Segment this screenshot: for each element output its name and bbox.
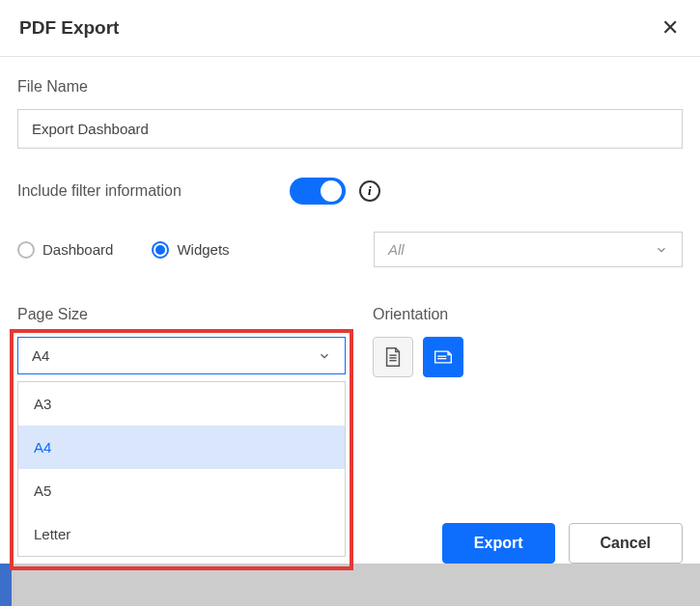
filter-toggle[interactable]	[290, 178, 346, 205]
info-icon[interactable]: i	[359, 180, 380, 202]
page-size-value: A4	[32, 347, 49, 364]
scope-radio-dashboard[interactable]: Dashboard	[17, 241, 113, 259]
orientation-portrait-button[interactable]	[373, 337, 413, 377]
page-size-dropdown: A3 A4 A5 Letter	[17, 381, 346, 557]
scope-radio-widgets[interactable]: Widgets	[152, 241, 229, 259]
dialog-content: File Name Include filter information i D…	[0, 57, 700, 377]
file-name-input[interactable]	[17, 109, 683, 149]
chevron-down-icon	[318, 349, 331, 363]
background-strip	[0, 564, 700, 606]
radio-icon	[152, 241, 169, 259]
radio-label: Widgets	[177, 241, 229, 258]
file-name-label: File Name	[17, 78, 683, 96]
export-button[interactable]: Export	[442, 523, 555, 564]
widget-select-value: All	[388, 241, 405, 258]
scope-row: Dashboard Widgets All	[17, 232, 683, 267]
dialog-header: PDF Export ✕	[0, 0, 700, 57]
filter-row: Include filter information i	[17, 178, 683, 205]
page-size-option-a3[interactable]: A3	[18, 382, 345, 426]
chevron-down-icon	[655, 243, 668, 257]
page-size-select[interactable]: A4	[17, 337, 346, 374]
radio-icon	[17, 241, 35, 259]
cancel-button[interactable]: Cancel	[569, 523, 683, 564]
page-size-option-a4[interactable]: A4	[18, 426, 345, 469]
page-size-option-a5[interactable]: A5	[18, 469, 345, 512]
widget-select[interactable]: All	[374, 232, 683, 267]
page-size-option-letter[interactable]: Letter	[18, 512, 345, 556]
dialog-footer: Export Cancel	[442, 523, 683, 564]
close-icon[interactable]: ✕	[661, 17, 679, 39]
orientation-label: Orientation	[373, 306, 683, 323]
dialog-title: PDF Export	[19, 17, 119, 39]
page-landscape-icon	[434, 346, 453, 368]
page-portrait-icon	[383, 346, 403, 368]
radio-label: Dashboard	[42, 241, 113, 258]
orientation-landscape-button[interactable]	[423, 337, 463, 377]
filter-label: Include filter information	[17, 182, 182, 200]
page-size-label: Page Size	[17, 306, 346, 323]
